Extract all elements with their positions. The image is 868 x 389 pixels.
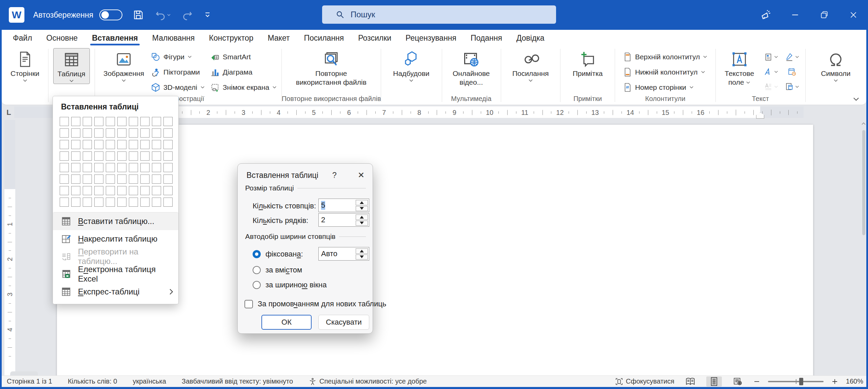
table-grid-cell[interactable] (71, 128, 80, 138)
table-grid-cell[interactable] (117, 151, 126, 161)
search-input[interactable] (322, 5, 556, 24)
tab-references[interactable]: Посилання (297, 30, 351, 46)
smartart-button[interactable]: SmartArt (208, 49, 280, 64)
table-grid-cell[interactable] (152, 140, 161, 149)
tab-mailings[interactable]: Розсилки (351, 30, 398, 46)
table-grid-cell[interactable] (106, 198, 115, 207)
feedback-button[interactable] (751, 0, 781, 30)
rows-spinner[interactable]: 2 (318, 213, 369, 227)
table-grid-cell[interactable] (129, 140, 138, 149)
fixed-width-spinner[interactable]: Авто (318, 247, 369, 261)
table-grid-cell[interactable] (163, 198, 173, 207)
table-grid-cell[interactable] (140, 175, 150, 184)
table-grid-cell[interactable] (117, 140, 126, 149)
radio-unselected-icon[interactable] (253, 281, 261, 289)
default-for-new-tables-option[interactable]: За промовчанням для нових таблиць (244, 300, 386, 308)
menu-item-insert-table[interactable]: Вставити таблицю... (53, 212, 178, 230)
close-button[interactable] (839, 0, 868, 30)
table-grid-cell[interactable] (117, 198, 126, 207)
table-grid-cell[interactable] (152, 128, 161, 138)
tab-layout[interactable]: Макет (260, 30, 297, 46)
accessibility-status[interactable]: Спеціальні можливості: усе добре (309, 377, 427, 386)
print-layout-button[interactable] (706, 376, 722, 387)
table-button[interactable]: Таблиця (53, 48, 90, 84)
collapse-ribbon-button[interactable] (853, 97, 860, 101)
table-grid-cell[interactable] (60, 198, 69, 207)
menu-item-quick-tables[interactable]: Експрес-таблиці (53, 283, 178, 301)
spin-down-button[interactable] (356, 206, 368, 211)
table-grid-cell[interactable] (83, 175, 92, 184)
table-grid-cell[interactable] (71, 198, 80, 207)
reuse-files-button[interactable]: Повторне використання файлів (292, 48, 371, 88)
table-grid-cell[interactable] (71, 175, 80, 184)
table-grid-cell[interactable] (129, 186, 138, 195)
table-grid-cell[interactable] (94, 117, 103, 126)
table-grid-cell[interactable] (163, 151, 173, 161)
table-grid-cell[interactable] (60, 186, 69, 195)
tab-file[interactable]: Файл (6, 30, 39, 46)
checkbox-unchecked-icon[interactable] (244, 300, 253, 308)
table-grid-cell[interactable] (94, 151, 103, 161)
page-count-status[interactable]: Сторінка 1 із 1 (7, 377, 52, 385)
scroll-up-icon[interactable] (861, 122, 866, 125)
table-grid-cell[interactable] (140, 128, 150, 138)
shapes-button[interactable]: Фігури (148, 49, 208, 64)
signature-line-button[interactable] (782, 49, 802, 64)
table-grid-cell[interactable] (71, 163, 80, 172)
pictograms-button[interactable]: Піктограми (148, 65, 208, 79)
quick-parts-button[interactable] (761, 49, 781, 64)
table-grid-cell[interactable] (83, 140, 92, 149)
table-grid-cell[interactable] (163, 140, 173, 149)
table-grid-cell[interactable] (106, 151, 115, 161)
table-grid-cell[interactable] (117, 186, 126, 195)
table-grid-cell[interactable] (60, 163, 69, 172)
table-grid-cell[interactable] (83, 163, 92, 172)
object-button[interactable] (782, 79, 802, 94)
table-grid-cell[interactable] (71, 186, 80, 195)
table-grid-cell[interactable] (94, 128, 103, 138)
spin-down-button[interactable] (356, 221, 368, 226)
table-grid-cell[interactable] (83, 151, 92, 161)
table-grid-cell[interactable] (94, 140, 103, 149)
horizontal-scroll-tab[interactable] (10, 371, 38, 375)
table-grid-cell[interactable] (94, 175, 103, 184)
table-grid-cell[interactable] (129, 128, 138, 138)
table-grid-cell[interactable] (71, 117, 80, 126)
menu-item-draw-table[interactable]: Накреслити таблицю (53, 230, 178, 248)
table-grid-cell[interactable] (129, 163, 138, 172)
table-grid-cell[interactable] (152, 175, 161, 184)
text-box-button[interactable]: Текстове поле (719, 48, 760, 88)
date-time-button[interactable] (782, 64, 802, 79)
table-grid-cell[interactable] (163, 186, 173, 195)
new-comment-button[interactable]: Примітка (569, 48, 607, 79)
menu-item-excel-spreadsheet[interactable]: Електронна таблиця Excel (53, 265, 178, 283)
pages-button[interactable]: Сторінки (6, 48, 43, 83)
symbols-button[interactable]: Символи (817, 48, 854, 83)
predictive-text-status[interactable]: Завбачливий ввід тексту: увімкнуто (182, 377, 293, 385)
tab-view[interactable]: Подання (463, 30, 509, 46)
autofit-window-option[interactable]: за шириною вікна (253, 281, 327, 289)
spin-down-button[interactable] (356, 254, 368, 260)
tab-insert[interactable]: Вставлення (85, 30, 145, 46)
online-video-button[interactable]: Онлайнове відео... (449, 48, 494, 88)
table-grid-cell[interactable] (129, 117, 138, 126)
dialog-help-button[interactable]: ? (332, 171, 337, 180)
drop-cap-button[interactable] (761, 79, 781, 94)
cancel-button[interactable]: Скасувати (318, 315, 369, 330)
zoom-slider-thumb[interactable] (799, 378, 803, 385)
table-grid-cell[interactable] (140, 117, 150, 126)
autosave-toggle[interactable] (99, 9, 122, 20)
table-grid-cell[interactable] (71, 151, 80, 161)
page-number-button[interactable]: Номер сторінки (620, 80, 710, 95)
zoom-level[interactable]: 160% (846, 377, 863, 385)
table-grid-cell[interactable] (140, 186, 150, 195)
tab-design[interactable]: Конструктор (202, 30, 260, 46)
table-grid-cell[interactable] (129, 175, 138, 184)
table-grid-cell[interactable] (94, 198, 103, 207)
table-grid-cell[interactable] (106, 175, 115, 184)
table-grid-cell[interactable] (83, 117, 92, 126)
table-grid-cell[interactable] (60, 117, 69, 126)
autofit-contents-option[interactable]: за вмістом (253, 266, 302, 274)
word-count-status[interactable]: Кількість слів: 0 (68, 377, 117, 385)
table-grid-cell[interactable] (106, 186, 115, 195)
